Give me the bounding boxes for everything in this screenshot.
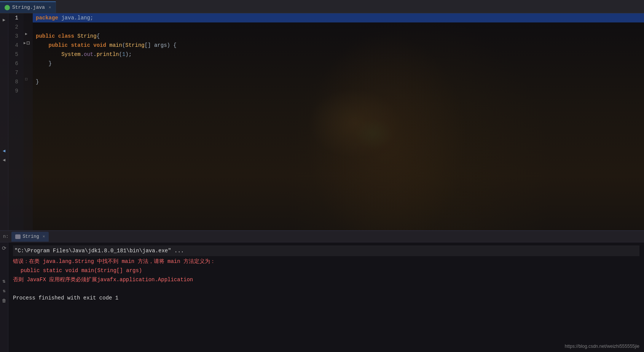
- editor-area: ▶ ◀ ◀ 1 2 3 4 5 6 7 8 9 ▶ ▶: [0, 13, 644, 230]
- tab-close-button[interactable]: ×: [49, 5, 51, 10]
- line-num-4: 4: [8, 41, 21, 50]
- tab-bar: String.java ×: [0, 0, 644, 13]
- watermark: https://blog.csdn.net/weizhi555555jie: [565, 344, 639, 349]
- line-numbers: 1 2 3 4 5 6 7 8 9: [8, 13, 24, 230]
- line-num-5: 5: [8, 50, 21, 59]
- code-line-2: [33, 22, 644, 32]
- code-line-7: [33, 68, 644, 77]
- code-line-1: package java.lang ;: [33, 13, 644, 22]
- line-num-9: 9: [8, 86, 21, 96]
- fold-arrow-3[interactable]: ▶: [25, 32, 27, 36]
- sidebar-icon-2[interactable]: ◀: [1, 147, 8, 154]
- console-tab-label: String: [22, 234, 39, 239]
- console-process-line: Process finished with exit code 1: [13, 293, 639, 303]
- line-num-3: 3: [8, 32, 21, 41]
- code-line-4: public static void main ( String [] args…: [33, 41, 644, 50]
- code-line-5: System . out . println ( 1 );: [33, 50, 644, 59]
- console-left-gutter: ⟳ ⇅ ⇅ 🗑: [0, 242, 8, 352]
- bookmark-icon: □: [27, 41, 30, 45]
- console-tab-icon: [15, 234, 21, 239]
- line-num-2: 2: [8, 22, 21, 32]
- line-num-8: 8: [8, 77, 21, 86]
- line-num-6: 6: [8, 59, 21, 68]
- console-icon-2[interactable]: ⇅: [1, 277, 8, 284]
- bookmark-line6: □: [25, 77, 27, 81]
- editor-tab[interactable]: String.java ×: [0, 2, 56, 13]
- console-icon-4[interactable]: 🗑: [1, 297, 8, 304]
- code-line-6: }: [33, 59, 644, 68]
- console-content: "C:\Program Files\Java\jdk1.8.0_181\bin\…: [8, 242, 644, 352]
- package-name: java.lang: [61, 13, 90, 22]
- console-tab-close[interactable]: ×: [43, 234, 45, 239]
- console-error-line3: 否则 JavaFX 应用程序类必须扩展javafx.application.Ap…: [13, 275, 639, 284]
- tab-label: String.java: [12, 5, 45, 10]
- code-editor[interactable]: package java.lang ; public class String …: [33, 13, 644, 230]
- console-tab[interactable]: String ×: [11, 232, 49, 242]
- line-num-7: 7: [8, 68, 21, 77]
- console-icon-3[interactable]: ⇅: [1, 287, 8, 294]
- fold-gutter: ▶ ▶ □ □: [24, 13, 33, 230]
- ide-container: String.java × ▶ ◀ ◀ 1 2 3 4 5 6 7 8: [0, 0, 644, 352]
- keyword-package: package: [36, 13, 58, 22]
- console-icon-1[interactable]: ⟳: [1, 245, 8, 252]
- code-line-3: public class String {: [33, 32, 644, 41]
- sidebar-icon-3[interactable]: ◀: [1, 156, 8, 163]
- code-line-8: }: [33, 77, 644, 86]
- bottom-left-label: n:: [3, 234, 8, 239]
- console-error-line1: 错误：在类 java.lang.String 中找不到 main 方法，请将 m…: [13, 257, 639, 266]
- java-file-icon: [5, 5, 10, 10]
- fold-arrow-4[interactable]: ▶ □: [24, 41, 30, 45]
- code-line-9: [33, 86, 644, 96]
- console-command-line: "C:\Program Files\Java\jdk1.8.0_181\bin\…: [13, 245, 639, 256]
- sidebar-icon-1[interactable]: ▶: [1, 16, 8, 23]
- left-sidebar: ▶ ◀ ◀: [0, 13, 8, 230]
- console-error-line2: public static void main(String[] args): [13, 266, 639, 275]
- bottom-tab-bar: n: String ×: [0, 231, 644, 242]
- line-num-1: 1: [8, 13, 21, 22]
- bottom-panel: n: String × ⟳ ⇅ ⇅ 🗑 "C:\Program Files\Ja…: [0, 230, 644, 352]
